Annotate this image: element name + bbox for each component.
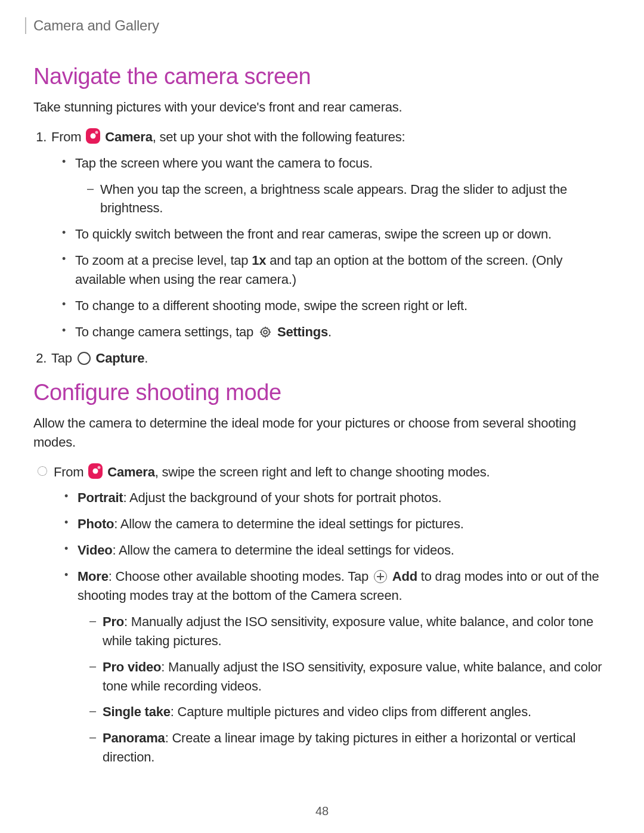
mode-video-desc: : Allow the camera to determine the idea… (112, 543, 454, 558)
mode-single-label: Single take (103, 704, 171, 719)
gear-icon (258, 325, 273, 339)
step2-pre: Tap (51, 351, 76, 366)
step1-b3-pre: To zoom at a precise level, tap (75, 253, 252, 268)
mode-provideo-label: Pro video (103, 659, 161, 674)
section-title-navigate: Navigate the camera screen (33, 60, 611, 93)
mode-pro-desc: : Manually adjust the ISO sensitivity, e… (103, 614, 593, 648)
mode-single: Single take: Capture multiple pictures a… (89, 702, 611, 721)
page-number: 48 (33, 803, 611, 820)
mode-more-desc-pre: : Choose other available shooting modes.… (109, 569, 372, 584)
mode-video-label: Video (78, 543, 112, 558)
breadcrumb-separator (25, 17, 26, 34)
section2-lead-post: , swipe the screen right and left to cha… (155, 465, 490, 479)
step2: Tap Capture. (50, 349, 611, 368)
step1-b1-text: Tap the screen where you want the camera… (75, 156, 373, 171)
step2-bold: Capture (96, 351, 145, 366)
section1-intro: Take stunning pictures with your device'… (33, 98, 611, 117)
step1-b5: To change camera settings, tap Settings. (62, 323, 611, 342)
step1-b5-pre: To change camera settings, tap (75, 324, 257, 339)
section2-intro: Allow the camera to determine the ideal … (33, 414, 611, 452)
mode-pro: Pro: Manually adjust the ISO sensitivity… (89, 612, 611, 651)
mode-more-label: More (78, 569, 109, 584)
step1-b5-post: . (328, 324, 332, 339)
mode-provideo: Pro video: Manually adjust the ISO sensi… (89, 658, 611, 696)
mode-portrait-desc: : Adjust the background of your shots fo… (123, 490, 441, 505)
step1-b3: To zoom at a precise level, tap 1x and t… (62, 251, 611, 289)
step1-b4: To change to a different shooting mode, … (62, 296, 611, 315)
mode-panorama-desc: : Create a linear image by taking pictur… (103, 730, 575, 764)
step1-b3-bold: 1x (252, 253, 266, 268)
breadcrumb-label: Camera and Gallery (32, 16, 159, 36)
add-plus-icon (373, 569, 388, 584)
step1-b5-bold: Settings (277, 324, 328, 339)
section2-lead-pre: From (54, 465, 87, 479)
section2-lead: From Camera, swipe the screen right and … (36, 463, 611, 767)
mode-more-add: Add (392, 569, 417, 584)
breadcrumb: Camera and Gallery (25, 16, 611, 36)
section-title-configure: Configure shooting mode (33, 376, 611, 409)
step1: From Camera, set up your shot with the f… (50, 128, 611, 342)
mode-more: More: Choose other available shooting mo… (64, 567, 611, 767)
step1-pre: From (51, 129, 85, 144)
mode-video: Video: Allow the camera to determine the… (64, 541, 611, 560)
mode-single-desc: : Capture multiple pictures and video cl… (171, 704, 531, 719)
mode-photo: Photo: Allow the camera to determine the… (64, 515, 611, 534)
mode-panorama: Panorama: Create a linear image by takin… (89, 729, 611, 767)
mode-photo-label: Photo (78, 516, 114, 531)
step1-camera-label: Camera (105, 129, 152, 144)
mode-provideo-desc: : Manually adjust the ISO sensitivity, e… (103, 659, 602, 693)
step1-b1: Tap the screen where you want the camera… (62, 154, 611, 218)
step2-post: . (144, 351, 148, 366)
capture-ring-icon (77, 351, 91, 366)
mode-portrait: Portrait: Adjust the background of your … (64, 488, 611, 507)
mode-photo-desc: : Allow the camera to determine the idea… (114, 516, 463, 531)
camera-icon (88, 464, 103, 478)
step1-post: , set up your shot with the following fe… (153, 129, 405, 144)
camera-icon (86, 129, 100, 143)
svg-point-0 (264, 330, 267, 334)
step1-b2: To quickly switch between the front and … (62, 225, 611, 244)
mode-portrait-label: Portrait (78, 490, 123, 505)
mode-pro-label: Pro (103, 614, 124, 629)
mode-panorama-label: Panorama (103, 730, 165, 745)
step1-b1-d1: When you tap the screen, a brightness sc… (87, 180, 611, 218)
section2-lead-camera: Camera (107, 465, 154, 479)
